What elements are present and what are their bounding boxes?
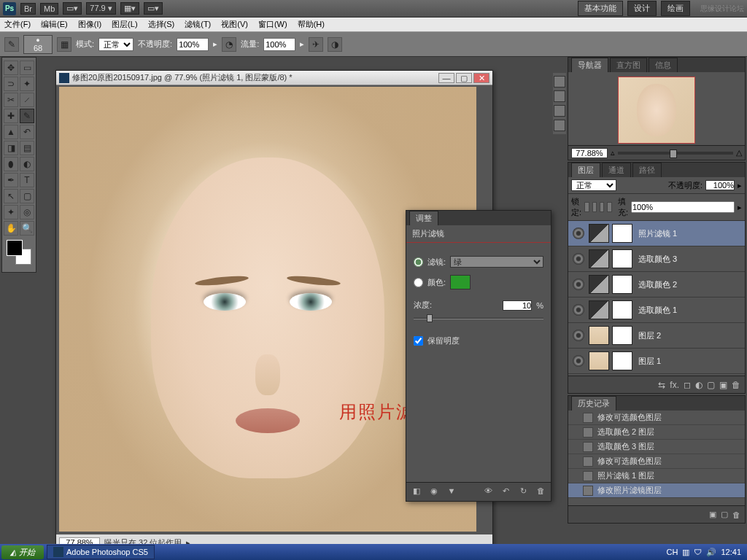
density-input[interactable] (503, 300, 532, 311)
visibility-icon[interactable] (573, 355, 584, 367)
layer-thumb[interactable] (589, 351, 609, 370)
start-button[interactable]: ◭ 开始 (1, 545, 44, 559)
3d-cam-tool[interactable]: ◎ (20, 205, 34, 219)
pen-tool[interactable]: ✒ (4, 173, 18, 187)
filter-radio[interactable] (414, 257, 423, 267)
screen-mode-button[interactable]: ▭▾ (63, 2, 82, 15)
mask-thumb[interactable] (612, 224, 632, 243)
brush-panel-icon[interactable]: ▦ (57, 37, 71, 52)
path-tool[interactable]: ↖ (4, 189, 18, 203)
layer-opacity-input[interactable] (705, 180, 735, 190)
hist-trash-icon[interactable]: 🗑 (732, 510, 740, 519)
channels-tab[interactable]: 通道 (602, 163, 631, 177)
menu-help[interactable]: 帮助(H) (298, 19, 325, 30)
layer-thumb[interactable] (589, 300, 609, 319)
layer-row[interactable]: 图层 2 (568, 323, 745, 349)
history-brush-tool[interactable]: ↶ (20, 125, 34, 139)
tool-preset-icon[interactable]: ✎ (4, 37, 19, 52)
visibility-icon[interactable] (573, 330, 584, 341)
tray-icon2[interactable]: 🛡 (694, 548, 702, 556)
flow-input[interactable] (263, 38, 295, 51)
fill-input[interactable] (631, 201, 735, 213)
info-tab[interactable]: 信息 (649, 58, 678, 72)
wand-tool[interactable]: ✦ (20, 77, 34, 91)
layer-row[interactable]: 选取颜色 2 (568, 272, 745, 298)
nav-tab[interactable]: 导航器 (571, 58, 608, 72)
menu-image[interactable]: 图像(I) (78, 19, 101, 30)
heal-tool[interactable]: ✚ (4, 109, 18, 123)
visibility-icon[interactable] (573, 253, 584, 265)
history-row[interactable]: 修改可选颜色图层 (568, 411, 745, 425)
type-tool[interactable]: T (20, 173, 34, 187)
mask-thumb[interactable] (612, 275, 632, 294)
minimize-button[interactable]: — (438, 73, 454, 83)
eyedropper-tool[interactable]: ⟋ (20, 93, 34, 107)
color-swatch[interactable] (450, 275, 471, 289)
minibridge-button[interactable]: Mb (40, 3, 58, 15)
layer-row[interactable]: 图层 1 (568, 349, 745, 374)
lock-paint-icon[interactable] (592, 202, 597, 212)
layer-blend-select[interactable]: 正常 (571, 179, 616, 191)
move-tool[interactable]: ✥ (4, 61, 18, 75)
trash-icon[interactable]: 🗑 (732, 380, 740, 390)
density-slider[interactable] (414, 314, 543, 324)
workspace-design-button[interactable]: 设计 (627, 1, 657, 16)
gradient-tool[interactable]: ▤ (20, 141, 34, 155)
visibility-icon[interactable] (573, 279, 584, 290)
nav-zoom-input[interactable] (571, 148, 608, 158)
layer-thumb[interactable] (589, 275, 609, 294)
layer-thumb[interactable] (589, 224, 609, 243)
adj-icon2[interactable]: ◉ (428, 486, 440, 498)
maximize-button[interactable]: ▢ (456, 73, 472, 83)
marquee-tool[interactable]: ▭ (20, 61, 34, 75)
side-icon4[interactable] (554, 120, 565, 131)
menu-filter[interactable]: 滤镜(T) (185, 19, 211, 30)
history-row[interactable]: 选取颜色 3 图层 (568, 440, 745, 454)
link-icon[interactable]: ⇆ (658, 380, 665, 390)
lock-move-icon[interactable] (600, 202, 604, 212)
zoom-dropdown[interactable]: 77.9 ▾ (86, 2, 115, 15)
airbrush-icon[interactable]: ✈ (309, 37, 323, 52)
side-icon1[interactable] (554, 76, 565, 88)
menu-file[interactable]: 文件(F) (4, 19, 31, 30)
document-titlebar[interactable]: 修图20原图20150917.jpg @ 77.9% (照片滤镜 1, 图层蒙版… (56, 71, 492, 85)
histogram-tab[interactable]: 直方图 (610, 58, 647, 72)
hist-new-icon[interactable]: ▢ (721, 510, 728, 519)
brush-tool[interactable]: ✎ (20, 109, 34, 123)
stamp-tool[interactable]: ▲ (4, 125, 18, 139)
lasso-tool[interactable]: ⊃ (4, 77, 18, 91)
zoom-in-icon[interactable]: △ (736, 148, 742, 158)
menu-window[interactable]: 窗口(W) (258, 19, 287, 30)
filter-select[interactable]: 绿 (450, 256, 543, 268)
mask-thumb[interactable] (612, 351, 632, 370)
lang-indicator[interactable]: CH (667, 548, 678, 556)
mask-thumb[interactable] (612, 249, 632, 268)
bridge-button[interactable]: Br (20, 3, 36, 15)
hand-tool[interactable]: ✋ (4, 221, 18, 236)
tray-icon3[interactable]: 🔊 (706, 548, 716, 557)
menu-layer[interactable]: 图层(L) (112, 19, 137, 30)
visibility-icon[interactable] (573, 304, 584, 316)
blur-tool[interactable]: ⬮ (4, 157, 18, 171)
fill-dd-icon[interactable]: ▸ (738, 203, 742, 212)
dodge-tool[interactable]: ◐ (20, 157, 34, 171)
preserve-checkbox[interactable] (414, 336, 423, 346)
clock[interactable]: 12:41 (721, 548, 741, 556)
side-icon3[interactable] (554, 105, 565, 117)
blend-mode-select[interactable]: 正常 (98, 38, 133, 51)
history-tab[interactable]: 历史记录 (571, 396, 616, 411)
group-icon[interactable]: ▢ (707, 380, 715, 390)
arrange-button[interactable]: ▦▾ (120, 2, 139, 15)
color-radio[interactable] (414, 278, 423, 287)
mask-thumb[interactable] (612, 300, 632, 319)
extras-button[interactable]: ▭▾ (144, 2, 163, 15)
zoom-out-icon[interactable]: ▵ (611, 148, 615, 158)
adj-icon1[interactable]: ◧ (411, 486, 422, 498)
paths-tab[interactable]: 路径 (632, 163, 662, 177)
opacity-input[interactable] (177, 38, 209, 51)
hist-snap-icon[interactable]: ▣ (709, 510, 716, 519)
brush-preset[interactable]: ●68 (23, 35, 53, 54)
adj-icon4[interactable]: 👁 (482, 486, 494, 498)
lock-all-icon[interactable] (607, 202, 611, 212)
mask-icon[interactable]: ◻ (684, 380, 691, 390)
